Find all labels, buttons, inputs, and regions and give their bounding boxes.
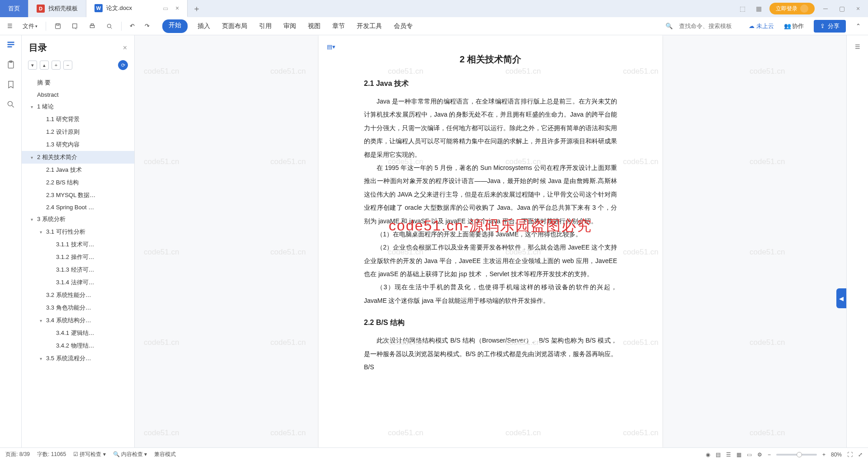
outline-item[interactable]: 2.2 B/S 结构 <box>22 176 134 189</box>
outline-item[interactable]: 3.1.2 操作可… <box>22 251 134 263</box>
close-icon[interactable]: × <box>175 5 179 12</box>
outline-item[interactable]: Abstract <box>22 89 134 100</box>
collapse-ribbon-icon[interactable]: ⌃ <box>852 21 864 31</box>
ribbon-tab-review[interactable]: 审阅 <box>282 19 298 33</box>
ribbon-tab-dev[interactable]: 开发工具 <box>355 19 384 33</box>
view-outline-icon[interactable]: ☰ <box>726 452 731 458</box>
outline-item[interactable]: 3.1.4 法律可… <box>22 276 134 289</box>
outline-icon[interactable] <box>6 40 16 50</box>
outline-item[interactable]: 3.4.2 物理结… <box>22 339 134 352</box>
ribbon-tab-start[interactable]: 开始 <box>162 19 188 33</box>
add-item-button[interactable]: + <box>52 61 61 70</box>
watermark-gray: code51.cn <box>270 338 306 347</box>
outline-item[interactable]: 3.3 角色功能分… <box>22 301 134 314</box>
print-button[interactable] <box>85 21 99 32</box>
cloud-status[interactable]: ☁ 未上云 <box>749 22 774 30</box>
outline-item[interactable]: 1.1 研究背景 <box>22 113 134 126</box>
maximize-icon[interactable]: ▢ <box>836 5 847 12</box>
outline-item[interactable]: 3.2 系统性能分… <box>22 289 134 301</box>
layout-icon[interactable]: ⬚ <box>737 5 748 12</box>
tab-document[interactable]: W 论文.docx ▭ × <box>86 0 188 17</box>
ribbon-tab-insert[interactable]: 插入 <box>196 19 212 33</box>
remove-item-button[interactable]: − <box>63 61 72 70</box>
zoom-level[interactable]: 80% <box>831 452 842 458</box>
tab-template[interactable]: D 找稻壳模板 <box>28 0 86 17</box>
ribbon-toolbar: ☰ 文件 ▾ ↶ ↷ 开始 插入 页面布局 引用 审阅 视图 章节 开发工具 会… <box>0 17 868 35</box>
right-rail-menu-icon[interactable]: ☰ <box>853 42 863 52</box>
login-button[interactable]: 立即登录 <box>769 3 815 14</box>
ribbon-tab-layout[interactable]: 页面布局 <box>220 19 249 33</box>
outline-item[interactable]: ▾3.1 可行性分析 <box>22 226 134 238</box>
search-rail-icon[interactable] <box>6 99 16 109</box>
status-bar: 页面: 8/39 字数: 11065 ☑ 拼写检查 ▾ 🔍 内容检查 ▾ 兼容模… <box>0 447 868 461</box>
zoom-slider[interactable] <box>776 454 817 456</box>
command-search-input[interactable] <box>679 23 742 29</box>
document-area[interactable]: ▤▾ 2 相关技术简介 2.1 Java 技术 Java 是一种非常常用的编程语… <box>135 35 846 447</box>
clipboard-icon[interactable] <box>6 60 16 70</box>
fit-page-icon[interactable]: ⛶ <box>847 452 853 458</box>
apps-icon[interactable]: ▦ <box>753 5 764 12</box>
save-icon <box>54 23 61 30</box>
outline-item[interactable]: 2.1 Java 技术 <box>22 164 134 176</box>
ribbon-tab-chapter[interactable]: 章节 <box>330 19 347 33</box>
spell-check[interactable]: ☑ 拼写检查 ▾ <box>73 451 106 458</box>
watermark-gray: code51.cn <box>750 157 785 166</box>
watermark-gray: code51.cn <box>750 338 785 347</box>
menu-button[interactable]: ☰ <box>4 21 16 31</box>
ribbon-tab-vip[interactable]: 会员专 <box>392 19 415 33</box>
view-read-icon[interactable]: ▭ <box>747 452 752 458</box>
outline-item[interactable]: 2.4 Spring Boot … <box>22 202 134 213</box>
doc-paragraph: （1）在电脑桌面程序的开发上面需要选择 JavaME，这个用得也比较多。 <box>364 228 617 241</box>
tab-home[interactable]: 首页 <box>0 0 28 17</box>
view-print-icon[interactable]: ▤ <box>716 452 721 458</box>
outline-item[interactable]: 3.1.1 技术可… <box>22 238 134 251</box>
compat-mode[interactable]: 兼容模式 <box>154 451 176 458</box>
page-option-icon[interactable]: ▤▾ <box>327 43 335 50</box>
ribbon-tab-references[interactable]: 引用 <box>257 19 274 33</box>
file-menu[interactable]: 文件 ▾ <box>19 20 41 32</box>
content-check[interactable]: 🔍 内容检查 ▾ <box>113 451 147 458</box>
save-button[interactable] <box>51 21 65 32</box>
preview-button[interactable] <box>102 21 117 32</box>
outline-sync-button[interactable]: ⟳ <box>118 60 128 70</box>
share-button[interactable]: ⇪ 分享 <box>814 20 846 33</box>
fullscreen-icon[interactable]: ⤢ <box>858 452 863 458</box>
ribbon-tab-view[interactable]: 视图 <box>306 19 322 33</box>
saveas-icon <box>71 23 79 30</box>
view-web-icon[interactable]: ▦ <box>736 452 741 458</box>
add-tab-button[interactable]: ＋ <box>188 0 206 17</box>
window-close-icon[interactable]: × <box>853 5 863 12</box>
outline-item[interactable]: 3.1.3 经济可… <box>22 263 134 276</box>
outline-item[interactable]: 1.3 研究内容 <box>22 138 134 151</box>
outline-item[interactable]: 摘 要 <box>22 76 134 89</box>
collapse-all-button[interactable]: ▾ <box>28 61 37 70</box>
save-as-button[interactable] <box>68 21 82 32</box>
page-count[interactable]: 页面: 8/39 <box>5 451 30 458</box>
minimize-icon[interactable]: ─ <box>820 5 831 12</box>
watermark-gray: code51.cn <box>144 157 179 166</box>
outline-item[interactable]: ▾2 相关技术简介 <box>22 151 134 164</box>
redo-button[interactable]: ↷ <box>141 21 153 31</box>
watermark-gray: code51.cn <box>270 67 306 76</box>
zoom-out-button[interactable]: − <box>768 452 771 458</box>
zoom-settings-icon[interactable]: ⚙ <box>757 452 762 458</box>
outline-item[interactable]: ▾3.4 系统结构分… <box>22 314 134 327</box>
outline-item[interactable]: 1.2 设计原则 <box>22 126 134 138</box>
bookmark-icon[interactable] <box>6 80 16 89</box>
tab-split-icon[interactable]: ▭ <box>163 5 168 12</box>
zoom-in-button[interactable]: + <box>822 452 826 458</box>
outline-item[interactable]: ▾3.5 系统流程分… <box>22 352 134 365</box>
search-icon[interactable]: 🔍 <box>665 23 673 29</box>
outline-tools: ▾ ▴ + − ⟳ <box>22 57 134 75</box>
outline-item[interactable]: 3.4.1 逻辑结… <box>22 327 134 339</box>
outline-item[interactable]: 2.3 MYSQL 数据… <box>22 189 134 202</box>
feedback-tab[interactable]: ◀ <box>836 288 846 308</box>
undo-button[interactable]: ↶ <box>126 21 138 31</box>
word-count[interactable]: 字数: 11065 <box>37 451 66 458</box>
expand-all-button[interactable]: ▴ <box>40 61 49 70</box>
outline-close-icon[interactable]: × <box>123 44 127 52</box>
outline-item[interactable]: ▾3 系统分析 <box>22 213 134 226</box>
collab-button[interactable]: 👥 协作 <box>780 20 807 32</box>
outline-item[interactable]: ▾1 绪论 <box>22 100 134 113</box>
view-eye-icon[interactable]: ◉ <box>706 452 710 458</box>
